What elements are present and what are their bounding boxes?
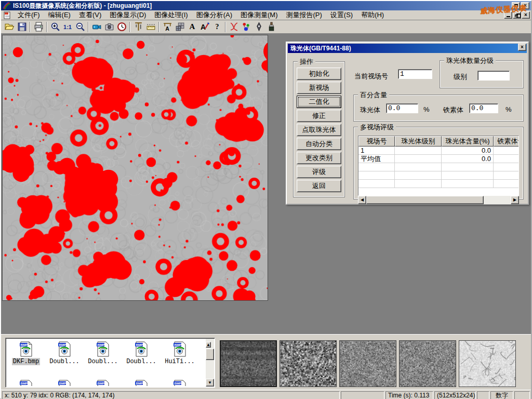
- svg-text:BMP: BMP: [21, 343, 28, 347]
- pearlite-percent-input[interactable]: [386, 103, 418, 113]
- open-button[interactable]: [3, 21, 16, 33]
- menu-settings[interactable]: 设置(S): [326, 10, 357, 20]
- clock-icon: [117, 22, 127, 32]
- video-camera-icon: [92, 22, 102, 32]
- scroll-right-icon[interactable]: ▶: [511, 196, 519, 204]
- thumbnail-3[interactable]: [339, 340, 396, 387]
- mdi-restore-button[interactable]: [513, 11, 521, 19]
- table-row[interactable]: 1 0.0: [358, 147, 519, 155]
- file-item[interactable]: BMP DKF.bmp: [7, 339, 45, 365]
- close-button[interactable]: ×: [521, 2, 529, 9]
- zoom-out-icon: [75, 22, 85, 32]
- return-button[interactable]: 返回: [297, 180, 341, 192]
- table-row[interactable]: [358, 180, 519, 188]
- bmp-file-icon: BMP: [135, 341, 148, 357]
- scrollbar-thumb[interactable]: [206, 349, 214, 360]
- bottom-panel: BMP DKF.bmp BMP Doubl... BMP Doubl... BM…: [1, 334, 531, 390]
- current-field-input[interactable]: [398, 69, 432, 79]
- menu-file[interactable]: 文件(F): [14, 10, 44, 20]
- status-image-size: (512x512x24): [434, 391, 476, 399]
- thumbnail-4[interactable]: [399, 340, 456, 387]
- pick-pearlite-button[interactable]: 点取珠光体: [297, 124, 341, 136]
- curve-tool-button[interactable]: [228, 21, 240, 33]
- file-list-scrollbar[interactable]: ▲ ▼: [206, 339, 214, 387]
- pen-tool-button[interactable]: [252, 21, 265, 33]
- file-item[interactable]: BMP Doubl...: [84, 339, 122, 365]
- print-button[interactable]: [32, 21, 45, 33]
- ferrite-percent-input[interactable]: [469, 103, 498, 113]
- video-camera-button[interactable]: [90, 21, 103, 33]
- file-item[interactable]: BMP: [122, 378, 161, 386]
- file-item[interactable]: BMP: [7, 378, 45, 386]
- thumbnail-1[interactable]: [220, 340, 277, 387]
- actual-size-icon: 1:1: [63, 24, 72, 30]
- count-markers-icon: [242, 22, 251, 32]
- ferrite-label: 铁素体: [443, 105, 463, 115]
- svg-text:BMP: BMP: [98, 381, 105, 385]
- thumbnail-5[interactable]: [459, 340, 516, 387]
- scrollbar-thumb[interactable]: [366, 196, 484, 204]
- col-header-pearlite-level[interactable]: 珠光体级别: [395, 136, 442, 147]
- dialog-close-button[interactable]: ×: [518, 44, 526, 51]
- menu-edit[interactable]: 编辑(E): [44, 10, 75, 20]
- binarize-button[interactable]: 二值化: [297, 96, 341, 108]
- zoom-in-button[interactable]: [49, 21, 61, 33]
- scroll-left-icon[interactable]: ◀: [358, 196, 366, 204]
- file-grid: BMP DKF.bmp BMP Doubl... BMP Doubl... BM…: [7, 339, 205, 386]
- file-item[interactable]: BMP Doubl...: [45, 339, 84, 365]
- col-header-ferrite-content[interactable]: 铁素体含量(%): [494, 136, 519, 147]
- clock-button[interactable]: [115, 21, 128, 33]
- help-icon: ?: [216, 23, 219, 31]
- menu-image-processing[interactable]: 图像处理(I): [150, 10, 192, 20]
- table-horizontal-scrollbar[interactable]: ◀ ▶: [358, 196, 519, 204]
- metallograph-image[interactable]: [2, 35, 268, 301]
- table-row[interactable]: [358, 171, 519, 180]
- rate-button[interactable]: 评级: [297, 166, 341, 178]
- capture-button[interactable]: [103, 21, 115, 33]
- text-tool-button[interactable]: A: [186, 21, 198, 33]
- menu-view[interactable]: 查看(V): [75, 10, 105, 20]
- annotate-tool-button[interactable]: A: [198, 21, 211, 33]
- svg-text:BMP: BMP: [175, 343, 182, 347]
- measure-caliper-button[interactable]: A: [161, 21, 174, 33]
- ruler-button[interactable]: [144, 21, 157, 33]
- maximize-button[interactable]: [512, 2, 520, 9]
- percent-legend: 百分含量: [358, 90, 389, 100]
- level-input[interactable]: [477, 71, 510, 81]
- file-item[interactable]: BMP: [45, 378, 84, 386]
- col-header-field[interactable]: 视场号: [358, 136, 395, 147]
- actual-size-button[interactable]: 1:1: [61, 21, 74, 33]
- file-item[interactable]: BMP: [161, 378, 199, 386]
- menu-image-display[interactable]: 图像显示(D): [105, 10, 150, 20]
- scroll-down-icon[interactable]: ▼: [206, 379, 214, 387]
- brush-tool-button[interactable]: [265, 21, 277, 33]
- menu-image-analysis[interactable]: 图像分析(A): [192, 10, 236, 20]
- table-row[interactable]: [358, 163, 519, 171]
- mdi-close-button[interactable]: ×: [522, 11, 530, 19]
- col-header-pearlite-content[interactable]: 珠光体含量(%): [442, 136, 494, 147]
- file-item[interactable]: BMP Doubl...: [122, 339, 161, 365]
- new-field-button[interactable]: 新视场: [297, 82, 341, 94]
- menu-help[interactable]: 帮助(H): [357, 10, 388, 20]
- toolbar-separator: [225, 22, 226, 32]
- count-markers-button[interactable]: [240, 21, 252, 33]
- scroll-up-icon[interactable]: ▲: [206, 342, 211, 348]
- correct-button[interactable]: 修正: [297, 110, 341, 122]
- menu-measure-report[interactable]: 测量报告(P): [282, 10, 326, 20]
- init-button[interactable]: 初始化: [297, 68, 341, 80]
- file-item[interactable]: BMP HuiTi...: [161, 339, 199, 365]
- menu-image-measure[interactable]: 图像测量(M): [236, 10, 282, 20]
- mdi-minimize-button[interactable]: [504, 11, 512, 19]
- auto-classify-button[interactable]: 自动分类: [297, 138, 341, 150]
- file-item[interactable]: BMP: [84, 378, 122, 386]
- grid-tool-button[interactable]: [174, 21, 186, 33]
- help-button[interactable]: ?: [211, 21, 223, 33]
- maximize-icon: [514, 4, 518, 7]
- caliper-button[interactable]: [132, 21, 144, 33]
- save-button[interactable]: [16, 21, 28, 33]
- change-class-button[interactable]: 更改类别: [297, 152, 341, 164]
- table-row[interactable]: 平均值 0.0: [358, 155, 519, 163]
- thumbnail-2[interactable]: [280, 340, 337, 387]
- zoom-out-button[interactable]: [74, 21, 86, 33]
- dialog-title-bar[interactable]: 珠光体(GB/T9441-88): [288, 44, 527, 53]
